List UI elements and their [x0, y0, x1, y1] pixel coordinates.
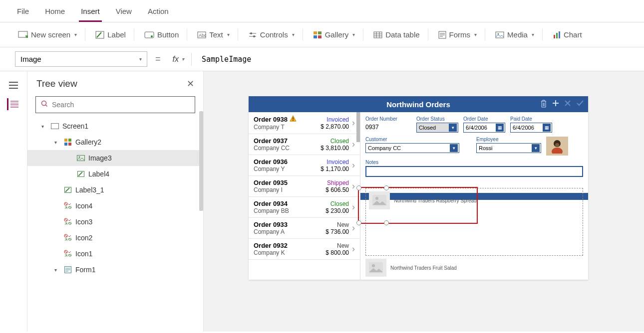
tree-node-label3-1[interactable]: Label3_1 [27, 182, 203, 198]
formula-value[interactable]: SampleImage [197, 53, 629, 66]
order-date-input[interactable]: 6/4/2006▦ [463, 123, 505, 133]
tree-node-icon1[interactable]: Icon1 [27, 246, 203, 262]
button-button[interactable]: Button [136, 28, 187, 41]
order-date-label: Order Date [463, 116, 505, 122]
tree-scrollbar[interactable] [199, 111, 203, 211]
formula-bar: Image ▾ = fx ▾ SampleImage [0, 47, 644, 71]
svg-rect-35 [293, 120, 294, 121]
tree-search[interactable] [35, 96, 195, 113]
order-status-label: Order Status [416, 116, 458, 122]
tab-home[interactable]: Home [43, 4, 67, 22]
order-row[interactable]: Order 0934 Company BBClosed$ 230.00› [249, 197, 360, 218]
tree-node-icon4[interactable]: Icon4 [27, 198, 203, 214]
order-row[interactable]: Order 0932 Company KNew$ 800.00› [249, 239, 360, 260]
chevron-right-icon: › [352, 118, 355, 128]
orders-list: Order 0938 Company TInvoiced$ 2,870.00›O… [249, 112, 360, 280]
svg-rect-0 [18, 31, 27, 37]
gallery-icon [313, 31, 322, 39]
close-icon[interactable]: ✕ [187, 78, 194, 89]
svg-rect-18 [559, 31, 560, 38]
cancel-icon[interactable] [564, 100, 571, 109]
tab-insert[interactable]: Insert [79, 4, 102, 22]
text-button[interactable]: Abc Text▾ [189, 28, 238, 41]
tree-node-gallery2[interactable]: ▾Gallery2 [27, 134, 203, 150]
forms-button[interactable]: Forms▾ [430, 28, 486, 41]
screen-icon [18, 31, 28, 39]
svg-rect-22 [68, 139, 71, 142]
svg-point-38 [555, 143, 559, 147]
employee-label: Employee [476, 137, 541, 142]
chevron-down-icon: ▾ [292, 32, 295, 37]
icon-group-icon [63, 233, 72, 242]
detail-gallery[interactable]: Northwind Traders Raspberry Spread [365, 188, 583, 256]
image-icon [76, 154, 85, 163]
left-rail [0, 71, 27, 332]
new-screen-button[interactable]: New screen▾ [10, 28, 85, 41]
svg-rect-10 [314, 35, 317, 38]
check-icon[interactable] [576, 100, 584, 109]
paid-date-label: Paid Date [510, 116, 552, 122]
media-button[interactable]: Media▾ [487, 28, 543, 41]
order-row[interactable]: Order 0938 Company TInvoiced$ 2,870.00› [249, 112, 360, 134]
tree-node-screen1[interactable]: ▾Screen1 [27, 118, 203, 134]
order-row[interactable]: Order 0935 Company IShipped$ 606.50› [249, 176, 360, 197]
plus-icon[interactable] [552, 100, 559, 109]
trash-icon[interactable] [540, 100, 547, 109]
warning-icon [290, 115, 297, 124]
selection-box[interactable] [358, 187, 478, 224]
customer-dropdown[interactable]: Company CC▾ [365, 143, 459, 153]
data-table-icon [373, 31, 382, 38]
data-table-button[interactable]: Data table [365, 28, 428, 41]
controls-button[interactable]: Controls▾ [240, 28, 303, 41]
svg-rect-8 [314, 31, 317, 34]
svg-rect-25 [77, 156, 85, 161]
gallery-icon [63, 138, 72, 147]
tree-node-icon2[interactable]: Icon2 [27, 230, 203, 246]
order-row[interactable]: Order 0933 Company ANew$ 736.00› [249, 218, 360, 239]
icon-group-icon [63, 217, 72, 226]
calendar-icon: ▦ [543, 124, 551, 132]
chevron-right-icon: › [352, 181, 355, 191]
customer-label: Customer [365, 137, 459, 142]
order-status-dropdown[interactable]: Closed▾ [416, 123, 458, 133]
chevron-down-icon: ▾ [352, 32, 355, 37]
svg-point-37 [552, 148, 563, 154]
label-button[interactable]: Label [87, 28, 134, 41]
chart-button[interactable]: Chart [545, 28, 590, 41]
paid-date-input[interactable]: 6/4/2006▦ [510, 123, 552, 133]
order-row[interactable]: Order 0937 Company CCClosed$ 3,810.00› [249, 134, 360, 155]
gallery-button[interactable]: Gallery▾ [305, 28, 364, 41]
tree-node-label4[interactable]: Label4 [27, 166, 203, 182]
svg-point-15 [498, 33, 499, 34]
chevron-right-icon: › [352, 223, 355, 233]
tab-view[interactable]: View [114, 4, 134, 22]
ribbon: New screen▾ Label Button Abc Text▾ Contr… [0, 22, 644, 47]
form-icon [63, 265, 72, 274]
app-preview[interactable]: Northwind Orders Order 0938 Company TInv… [249, 96, 588, 280]
svg-rect-21 [64, 139, 67, 142]
svg-point-26 [79, 157, 80, 158]
order-row[interactable]: Order 0936 Company YInvoiced$ 1,170.00› [249, 155, 360, 176]
text-icon: Abc [197, 31, 206, 38]
label-icon [95, 31, 104, 39]
chevron-down-icon: ▾ [227, 32, 230, 37]
property-dropdown[interactable]: Image ▾ [15, 51, 147, 67]
employee-dropdown[interactable]: Rossi▾ [476, 143, 541, 153]
gallery-item[interactable]: Northwind Traders Fruit Salad [360, 256, 583, 280]
search-input[interactable] [52, 101, 190, 109]
tree-view-icon[interactable] [7, 98, 19, 110]
fx-label[interactable]: fx ▾ [169, 53, 192, 66]
svg-rect-24 [68, 143, 71, 146]
tab-action[interactable]: Action [146, 4, 171, 22]
hamburger-icon[interactable] [7, 79, 19, 91]
tree-node-form1[interactable]: ▾Form1 [27, 262, 203, 278]
tree-node-icon3[interactable]: Icon3 [27, 214, 203, 230]
notes-input[interactable] [365, 166, 583, 177]
menu-tabs: File Home Insert View Action [0, 0, 644, 22]
tree-node-image3[interactable]: Image3 [27, 150, 203, 166]
svg-point-7 [253, 35, 255, 37]
tab-file[interactable]: File [15, 4, 31, 22]
order-number-label: Order Number [365, 116, 411, 122]
icon-group-icon [63, 201, 72, 210]
chevron-right-icon: › [352, 139, 355, 150]
